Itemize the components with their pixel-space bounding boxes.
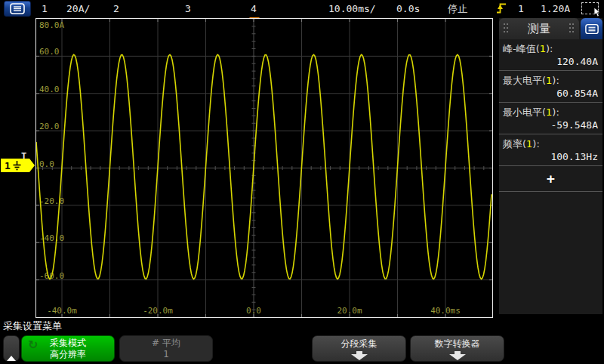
- channel-2-indicator[interactable]: 2: [113, 0, 119, 17]
- measurement-label: 最小电平(1):: [499, 106, 602, 119]
- measurement-row[interactable]: 最大电平(1):60.854A: [499, 71, 602, 103]
- arrow-down-icon: [351, 351, 368, 360]
- measurement-row[interactable]: 最小电平(1):-59.548A: [499, 103, 602, 134]
- timebase-scale[interactable]: 10.00ms/: [328, 0, 376, 17]
- arrow-down-icon: [449, 351, 466, 360]
- digitizer-button[interactable]: 数字转换器: [410, 335, 504, 362]
- segmented-label: 分段采集: [313, 338, 405, 350]
- panel-drag-handle[interactable]: 测量: [499, 18, 579, 39]
- back-button[interactable]: [3, 335, 20, 362]
- measurement-label: 峰-峰值(1):: [499, 42, 602, 55]
- svg-text:0.0: 0.0: [39, 159, 54, 169]
- measurement-list: 峰-峰值(1):120.40A最大电平(1):60.854A最小电平(1):-5…: [499, 39, 602, 166]
- average-value: 1: [120, 349, 212, 360]
- channel-1-ground-marker[interactable]: 1: [1, 159, 29, 172]
- trigger-source[interactable]: 1: [518, 0, 524, 17]
- main-menu-button[interactable]: [4, 1, 31, 17]
- measurement-label: 频率(1):: [499, 137, 602, 150]
- measurement-label: 最大电平(1):: [499, 74, 602, 87]
- channel-3-indicator[interactable]: 3: [185, 0, 191, 17]
- svg-text:20.0: 20.0: [39, 122, 60, 131]
- svg-text:60.0: 60.0: [39, 47, 60, 57]
- menu-icon: [585, 23, 599, 35]
- average-count-button[interactable]: # 平均 1: [119, 335, 213, 362]
- arrow-up-icon: [7, 341, 16, 356]
- waveform-trace: [36, 54, 492, 279]
- svg-text:-20.0: -20.0: [39, 196, 64, 206]
- measurement-row[interactable]: 峰-峰值(1):120.40A: [499, 39, 602, 71]
- measurement-panel: 测量 峰-峰值(1):120.40A最大电平(1):60.854A最小电平(1)…: [499, 18, 602, 314]
- softkey-menu-area: 采集设置菜单 ↻ 采集模式 高分辨率 # 平均 1 分段采集 数字转换器: [0, 318, 604, 364]
- segmented-acquire-button[interactable]: 分段采集: [312, 335, 406, 362]
- cycle-icon: ↻: [28, 338, 38, 352]
- menu-icon: [10, 3, 25, 14]
- panel-menu-button[interactable]: [581, 18, 602, 39]
- svg-text:-40.0m: -40.0m: [47, 306, 77, 316]
- svg-text:40.0ms: 40.0ms: [430, 306, 461, 316]
- acquire-mode-button[interactable]: ↻ 采集模式 高分辨率: [21, 335, 115, 362]
- measurement-value: 60.854A: [499, 87, 602, 100]
- channel-4-indicator[interactable]: 4: [251, 0, 257, 17]
- drag-dots-icon: [504, 23, 509, 34]
- top-status-bar: 1 20A/ 2 3 4 10.00ms/ 0.0s 停止 1 1.20A: [0, 0, 604, 17]
- run-state-indicator[interactable]: 停止: [448, 0, 467, 17]
- cursor-arrow-icon: [593, 8, 602, 17]
- digitizer-label: 数字转换器: [411, 338, 504, 350]
- channel-badge-arrow: [29, 159, 35, 172]
- ground-icon: [13, 161, 21, 171]
- average-label: # 平均: [120, 338, 212, 349]
- channel-badge-number: 1: [5, 160, 11, 171]
- measurement-value: 120.40A: [499, 55, 602, 69]
- waveform-display: 80.0A60.040.020.00.0-20.0-40.0-60.0-40.0…: [35, 18, 493, 318]
- svg-text:20.0m: 20.0m: [337, 306, 362, 316]
- measurement-row[interactable]: 频率(1):100.13Hz: [499, 134, 602, 166]
- trigger-level[interactable]: 1.20A: [541, 0, 570, 17]
- svg-text:-20.0m: -20.0m: [143, 306, 173, 316]
- softkey-menu-title: 采集设置菜单: [3, 319, 62, 333]
- oscilloscope-screen: 1 20A/ 2 3 4 10.00ms/ 0.0s 停止 1 1.20A 80…: [0, 0, 604, 364]
- channel-1-indicator[interactable]: 1: [42, 0, 48, 17]
- horizontal-delay[interactable]: 0.0s: [396, 0, 420, 17]
- selection-tool-icon[interactable]: [581, 2, 599, 14]
- panel-title: 测量: [528, 22, 550, 36]
- svg-text:40.0: 40.0: [39, 85, 60, 94]
- measurement-value: 100.13Hz: [499, 150, 602, 164]
- add-measurement-button[interactable]: +: [499, 166, 602, 192]
- measurement-panel-header: 测量: [499, 18, 602, 39]
- trigger-slope-icon[interactable]: [496, 2, 507, 15]
- drag-dots-icon: [569, 23, 575, 34]
- channel-1-scale[interactable]: 20A/: [66, 0, 90, 17]
- svg-text:80.0A: 80.0A: [39, 20, 64, 30]
- measurement-value: -59.548A: [499, 119, 602, 132]
- svg-text:0.0: 0.0: [246, 306, 261, 316]
